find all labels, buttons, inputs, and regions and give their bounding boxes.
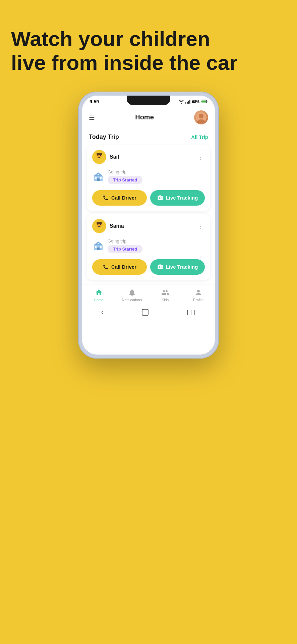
child-name-1: Saif [110, 154, 119, 160]
phone-icon-1 [103, 195, 109, 201]
home-button[interactable] [142, 309, 148, 316]
status-time: 9:59 [90, 99, 99, 104]
trip-label-1: Going trip [108, 169, 142, 174]
profile-nav-icon [194, 288, 202, 297]
trip-label-2: Going trip [108, 238, 142, 244]
school-icon-2 [92, 240, 104, 252]
trip-card-1-header: Saif ⋮ [87, 145, 210, 167]
svg-rect-14 [97, 153, 102, 155]
svg-point-8 [199, 114, 203, 118]
nav-home[interactable]: Home [89, 288, 109, 302]
nav-notifications[interactable]: Notifications [122, 288, 142, 302]
trip-2-menu[interactable]: ⋮ [197, 222, 205, 230]
app-content: ☰ Home Today Trip All Trip [82, 106, 215, 355]
school-building-2 [93, 240, 104, 252]
phone-notch [127, 96, 170, 105]
camera-icon-1 [157, 195, 163, 201]
bottom-nav: Home Notifications Kids [82, 284, 215, 305]
trip-actions-2: Call Driver Live Tracking [87, 257, 210, 280]
recent-apps-button[interactable]: | | | [187, 309, 196, 315]
call-driver-btn-2[interactable]: Call Driver [92, 259, 147, 275]
school-icon-1 [92, 171, 104, 183]
kids-nav-icon [161, 288, 169, 297]
call-driver-btn-1[interactable]: Call Driver [92, 190, 147, 206]
nav-kids-label: Kids [162, 298, 169, 302]
top-nav: ☰ Home [82, 106, 215, 128]
child-face-1 [93, 151, 105, 163]
child-info-2: Sama [92, 219, 124, 233]
svg-rect-20 [98, 174, 99, 175]
trip-details-1: Going trip Trip Started [87, 167, 210, 187]
trip-status-1: Trip Started [108, 176, 142, 184]
section-header: Today Trip All Trip [82, 128, 215, 143]
android-nav: ‹ | | | [82, 305, 215, 321]
child-info-1: Saif [92, 150, 119, 164]
svg-rect-30 [100, 246, 102, 248]
nav-home-label: Home [94, 298, 104, 302]
avatar-image [196, 112, 206, 123]
svg-rect-25 [97, 222, 102, 224]
headline-line1: Watch your children [11, 27, 210, 50]
trip-info-1: Going trip Trip Started [108, 169, 142, 184]
child-avatar-2 [92, 219, 106, 233]
phone-screen: 9:59 98% [82, 96, 215, 355]
svg-rect-3 [189, 100, 190, 104]
child-face-2 [93, 220, 105, 232]
svg-rect-31 [98, 243, 99, 244]
live-tracking-label-1: Live Tracking [166, 195, 198, 201]
svg-rect-29 [95, 246, 97, 248]
nav-profile[interactable]: Profile [188, 288, 209, 302]
trip-actions-1: Call Driver Live Tracking [87, 187, 210, 211]
call-driver-label-1: Call Driver [111, 195, 136, 201]
svg-rect-28 [97, 248, 100, 250]
svg-rect-5 [207, 101, 207, 102]
camera-icon-2 [157, 264, 163, 270]
home-nav-icon [95, 288, 103, 297]
svg-rect-2 [188, 101, 189, 104]
svg-rect-0 [185, 102, 186, 104]
child-avatar-1 [92, 150, 106, 164]
trip-card-2-header: Sama ⋮ [87, 214, 210, 236]
child-name-2: Sama [110, 223, 124, 229]
bell-nav-icon [128, 288, 136, 297]
hamburger-icon[interactable]: ☰ [89, 113, 95, 121]
call-driver-label-2: Call Driver [111, 264, 136, 270]
live-tracking-btn-2[interactable]: Live Tracking [150, 259, 205, 275]
wifi-icon [179, 100, 184, 104]
status-icons: 98% [179, 100, 207, 104]
signal-icon [185, 100, 191, 104]
svg-rect-19 [100, 177, 102, 179]
headline-line2: live from inside the car [11, 51, 237, 74]
trip-info-2: Going trip Trip Started [108, 238, 142, 253]
battery-icon [201, 100, 207, 103]
section-title: Today Trip [89, 133, 119, 141]
trip-status-2: Trip Started [108, 245, 142, 253]
live-tracking-label-2: Live Tracking [166, 264, 198, 270]
school-building-1 [93, 171, 104, 182]
back-button[interactable]: ‹ [101, 308, 104, 317]
battery-status: 98% [192, 100, 199, 104]
trip-1-menu[interactable]: ⋮ [197, 153, 205, 161]
user-avatar[interactable] [194, 110, 208, 124]
svg-rect-17 [97, 178, 100, 181]
svg-rect-18 [95, 177, 97, 179]
all-trip-link[interactable]: All Trip [191, 134, 208, 140]
live-tracking-btn-1[interactable]: Live Tracking [150, 190, 205, 206]
svg-rect-6 [201, 101, 206, 103]
nav-kids[interactable]: Kids [155, 288, 175, 302]
svg-rect-1 [187, 102, 188, 104]
phone-mockup: 9:59 98% [78, 92, 219, 359]
trip-card-2: Sama ⋮ [87, 214, 210, 280]
nav-notifications-label: Notifications [122, 298, 142, 302]
phone-icon-2 [103, 264, 109, 270]
page-title: Home [135, 113, 154, 121]
trip-details-2: Going trip Trip Started [87, 236, 210, 257]
nav-profile-label: Profile [193, 298, 203, 302]
headline: Watch your children live from inside the… [11, 27, 286, 75]
trip-card-1: Saif ⋮ [87, 145, 210, 211]
